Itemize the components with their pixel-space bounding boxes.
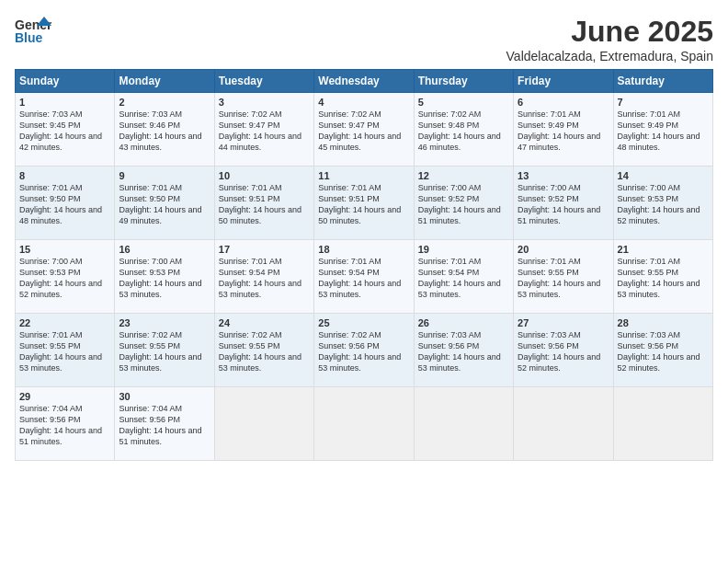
calendar-cell: 26 Sunrise: 7:03 AMSunset: 9:56 PMDaylig… [414, 314, 513, 387]
calendar-week-row: 22 Sunrise: 7:01 AMSunset: 9:55 PMDaylig… [16, 314, 713, 387]
day-number: 15 [19, 244, 110, 255]
calendar-cell: 14 Sunrise: 7:00 AMSunset: 9:53 PMDaylig… [613, 167, 712, 240]
cell-info: Sunrise: 7:01 AMSunset: 9:55 PMDaylight:… [19, 330, 102, 373]
day-number: 3 [219, 97, 310, 108]
header-sunday: Sunday [16, 70, 115, 93]
day-number: 20 [518, 244, 609, 255]
calendar-cell: 9 Sunrise: 7:01 AMSunset: 9:50 PMDayligh… [115, 167, 214, 240]
cell-info: Sunrise: 7:03 AMSunset: 9:46 PMDaylight:… [119, 109, 201, 152]
cell-info: Sunrise: 7:02 AMSunset: 9:55 PMDaylight:… [219, 330, 301, 373]
cell-info: Sunrise: 7:01 AMSunset: 9:54 PMDaylight:… [219, 257, 301, 299]
cell-info: Sunrise: 7:01 AMSunset: 9:55 PMDaylight:… [518, 257, 600, 299]
calendar-cell: 20 Sunrise: 7:01 AMSunset: 9:55 PMDaylig… [514, 240, 613, 314]
calendar-cell: 7 Sunrise: 7:01 AMSunset: 9:49 PMDayligh… [613, 93, 712, 167]
day-number: 17 [219, 244, 310, 255]
cell-info: Sunrise: 7:01 AMSunset: 9:49 PMDaylight:… [518, 109, 600, 152]
calendar-week-row: 1 Sunrise: 7:03 AMSunset: 9:45 PMDayligh… [16, 93, 713, 167]
cell-info: Sunrise: 7:02 AMSunset: 9:47 PMDaylight:… [318, 109, 401, 152]
calendar-cell: 13 Sunrise: 7:00 AMSunset: 9:52 PMDaylig… [514, 167, 613, 240]
header-saturday: Saturday [613, 70, 712, 93]
calendar-cell [214, 387, 313, 461]
day-number: 9 [119, 170, 210, 181]
cell-info: Sunrise: 7:04 AMSunset: 9:56 PMDaylight:… [119, 404, 201, 446]
calendar-cell [314, 387, 414, 461]
cell-info: Sunrise: 7:02 AMSunset: 9:56 PMDaylight:… [318, 330, 401, 373]
calendar-week-row: 15 Sunrise: 7:00 AMSunset: 9:53 PMDaylig… [16, 240, 713, 314]
calendar-cell: 28 Sunrise: 7:03 AMSunset: 9:56 PMDaylig… [613, 314, 712, 387]
cell-info: Sunrise: 7:00 AMSunset: 9:53 PMDaylight:… [19, 257, 102, 299]
cell-info: Sunrise: 7:01 AMSunset: 9:51 PMDaylight:… [219, 183, 301, 225]
day-number: 23 [119, 317, 210, 328]
day-number: 4 [318, 97, 409, 108]
weekday-header-row: Sunday Monday Tuesday Wednesday Thursday… [16, 70, 713, 93]
cell-info: Sunrise: 7:00 AMSunset: 9:53 PMDaylight:… [618, 183, 700, 225]
calendar-cell: 19 Sunrise: 7:01 AMSunset: 9:54 PMDaylig… [414, 240, 513, 314]
day-number: 5 [418, 97, 509, 108]
calendar-cell: 12 Sunrise: 7:00 AMSunset: 9:52 PMDaylig… [414, 167, 513, 240]
cell-info: Sunrise: 7:03 AMSunset: 9:45 PMDaylight:… [19, 109, 102, 152]
calendar-cell: 16 Sunrise: 7:00 AMSunset: 9:53 PMDaylig… [115, 240, 214, 314]
cell-info: Sunrise: 7:01 AMSunset: 9:50 PMDaylight:… [19, 183, 102, 225]
cell-info: Sunrise: 7:02 AMSunset: 9:48 PMDaylight:… [418, 109, 501, 152]
header-tuesday: Tuesday [214, 70, 313, 93]
header-friday: Friday [514, 70, 613, 93]
calendar-week-row: 29 Sunrise: 7:04 AMSunset: 9:56 PMDaylig… [16, 387, 713, 461]
calendar-cell: 25 Sunrise: 7:02 AMSunset: 9:56 PMDaylig… [314, 314, 414, 387]
calendar-cell: 1 Sunrise: 7:03 AMSunset: 9:45 PMDayligh… [16, 93, 115, 167]
calendar-cell: 10 Sunrise: 7:01 AMSunset: 9:51 PMDaylig… [214, 167, 313, 240]
day-number: 13 [518, 170, 609, 181]
calendar-cell: 29 Sunrise: 7:04 AMSunset: 9:56 PMDaylig… [16, 387, 115, 461]
day-number: 26 [418, 317, 509, 328]
calendar-cell: 4 Sunrise: 7:02 AMSunset: 9:47 PMDayligh… [314, 93, 414, 167]
cell-info: Sunrise: 7:00 AMSunset: 9:52 PMDaylight:… [518, 183, 600, 225]
calendar-cell: 8 Sunrise: 7:01 AMSunset: 9:50 PMDayligh… [16, 167, 115, 240]
cell-info: Sunrise: 7:03 AMSunset: 9:56 PMDaylight:… [518, 330, 600, 373]
cell-info: Sunrise: 7:03 AMSunset: 9:56 PMDaylight:… [418, 330, 501, 373]
calendar-cell: 23 Sunrise: 7:02 AMSunset: 9:55 PMDaylig… [115, 314, 214, 387]
location-title: Valdelacalzada, Extremadura, Spain [506, 49, 713, 63]
calendar-cell: 27 Sunrise: 7:03 AMSunset: 9:56 PMDaylig… [514, 314, 613, 387]
day-number: 16 [119, 244, 210, 255]
calendar-cell: 11 Sunrise: 7:01 AMSunset: 9:51 PMDaylig… [314, 167, 414, 240]
cell-info: Sunrise: 7:02 AMSunset: 9:55 PMDaylight:… [119, 330, 201, 373]
month-title: June 2025 [506, 15, 713, 49]
day-number: 7 [618, 97, 709, 108]
day-number: 11 [318, 170, 409, 181]
cell-info: Sunrise: 7:02 AMSunset: 9:47 PMDaylight:… [219, 109, 301, 152]
logo: General Blue [15, 15, 51, 52]
calendar-cell: 22 Sunrise: 7:01 AMSunset: 9:55 PMDaylig… [16, 314, 115, 387]
logo-graphic: General Blue [15, 15, 51, 52]
cell-info: Sunrise: 7:00 AMSunset: 9:53 PMDaylight:… [119, 257, 201, 299]
calendar-cell: 6 Sunrise: 7:01 AMSunset: 9:49 PMDayligh… [514, 93, 613, 167]
calendar-cell: 2 Sunrise: 7:03 AMSunset: 9:46 PMDayligh… [115, 93, 214, 167]
header-thursday: Thursday [414, 70, 513, 93]
day-number: 29 [19, 391, 110, 402]
day-number: 18 [318, 244, 409, 255]
calendar-cell: 3 Sunrise: 7:02 AMSunset: 9:47 PMDayligh… [214, 93, 313, 167]
day-number: 28 [618, 317, 709, 328]
day-number: 21 [618, 244, 709, 255]
day-number: 25 [318, 317, 409, 328]
cell-info: Sunrise: 7:01 AMSunset: 9:49 PMDaylight:… [618, 109, 700, 152]
day-number: 22 [19, 317, 110, 328]
cell-info: Sunrise: 7:04 AMSunset: 9:56 PMDaylight:… [19, 404, 102, 446]
calendar-table: Sunday Monday Tuesday Wednesday Thursday… [15, 69, 713, 461]
cell-info: Sunrise: 7:01 AMSunset: 9:54 PMDaylight:… [318, 257, 401, 299]
day-number: 2 [119, 97, 210, 108]
header-wednesday: Wednesday [314, 70, 414, 93]
day-number: 10 [219, 170, 310, 181]
page-container: General Blue June 2025 Valdelacalzada, E… [15, 15, 713, 461]
calendar-cell: 24 Sunrise: 7:02 AMSunset: 9:55 PMDaylig… [214, 314, 313, 387]
calendar-cell: 5 Sunrise: 7:02 AMSunset: 9:48 PMDayligh… [414, 93, 513, 167]
day-number: 24 [219, 317, 310, 328]
calendar-cell [514, 387, 613, 461]
header-monday: Monday [115, 70, 214, 93]
cell-info: Sunrise: 7:01 AMSunset: 9:50 PMDaylight:… [119, 183, 201, 225]
calendar-cell: 18 Sunrise: 7:01 AMSunset: 9:54 PMDaylig… [314, 240, 414, 314]
calendar-cell: 21 Sunrise: 7:01 AMSunset: 9:55 PMDaylig… [613, 240, 712, 314]
cell-info: Sunrise: 7:01 AMSunset: 9:51 PMDaylight:… [318, 183, 401, 225]
title-area: June 2025 Valdelacalzada, Extremadura, S… [506, 15, 713, 63]
day-number: 27 [518, 317, 609, 328]
calendar-cell: 30 Sunrise: 7:04 AMSunset: 9:56 PMDaylig… [115, 387, 214, 461]
calendar-cell [613, 387, 712, 461]
